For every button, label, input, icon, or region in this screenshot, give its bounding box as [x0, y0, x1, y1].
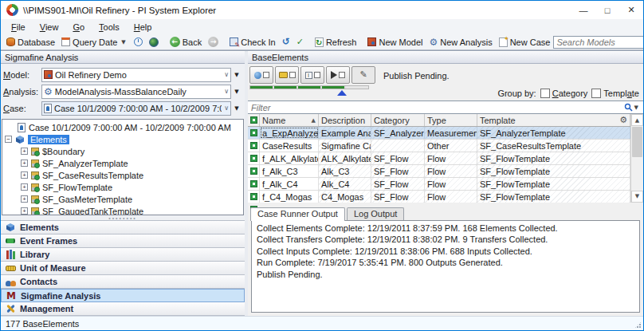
menu-tools[interactable]: Tools — [92, 21, 127, 33]
model-drop-button[interactable]: ▼ — [231, 68, 242, 82]
table-row[interactable]: CaseResults Sigmafine Cas... Other SF_Ca… — [248, 140, 630, 152]
tree-item[interactable]: +SF_GasMeterTemplate — [5, 193, 243, 205]
time-button[interactable] — [131, 37, 146, 47]
query-date-button[interactable]: Query Date▼ — [58, 37, 131, 48]
sidebar-item-management[interactable]: Management — [1, 302, 245, 316]
element-state-icon — [250, 129, 257, 136]
new-analysis-button[interactable]: ⚙New Analysis — [426, 37, 495, 48]
menu-help[interactable]: Help — [127, 21, 159, 33]
menu-view[interactable]: View — [33, 21, 66, 33]
sidebar-item-unit-of-measure[interactable]: Unit of Measure — [1, 262, 245, 275]
time-context-button[interactable] — [146, 37, 162, 48]
tab-log-output[interactable]: Log Output — [347, 207, 404, 220]
column-header-category[interactable]: Category — [371, 114, 425, 126]
collect-inputs-button[interactable]: I — [300, 66, 324, 84]
table-row[interactable]: f_ALK_Alkylate ALK_Alkylate SF_Flow Flow… — [248, 152, 630, 165]
title-bar: \\PIMS901-MI\Oil Refinery - PI System Ex… — [1, 1, 643, 19]
column-header-template[interactable]: Template⚙ — [477, 114, 630, 126]
sidebar-item-elements[interactable]: Elements — [1, 221, 245, 234]
menu-go[interactable]: Go — [65, 21, 92, 33]
tree-item[interactable]: +SF_AnalyzerTemplate — [5, 157, 243, 169]
scroll-down-icon[interactable]: ▼ — [631, 191, 643, 203]
sidebar-item-event-frames[interactable]: Event Frames — [1, 234, 245, 248]
check-in-button[interactable]: Check In — [226, 37, 278, 48]
case-combo[interactable]: Case 10/1/2009 7:00:00 AM - 10/2/2009 7:… — [41, 101, 231, 116]
collect-elements-button[interactable] — [249, 66, 273, 84]
element-icon — [31, 148, 39, 156]
category-checkbox[interactable] — [540, 89, 550, 98]
collect-inputs-checkbox[interactable] — [314, 72, 320, 78]
new-model-button[interactable]: New Model — [364, 37, 426, 48]
table-row[interactable]: f_Alk_C3 Alk_C3 SF_Flow Flow SF_FlowTemp… — [248, 165, 630, 178]
search-models-input[interactable] — [554, 37, 644, 47]
new-case-button[interactable]: New Case — [496, 37, 554, 48]
sidebar-item-contacts[interactable]: Contacts — [1, 275, 245, 289]
maximize-button[interactable]: □ — [595, 1, 619, 19]
chevron-down-icon[interactable]: ∨ — [224, 104, 229, 112]
chevron-down-icon[interactable]: ∨ — [224, 88, 229, 95]
group-by-category[interactable]: Category — [540, 89, 588, 98]
tree-item[interactable]: +$Boundary — [5, 145, 243, 157]
tree-item[interactable]: +SF_FlowTemplate — [5, 181, 243, 193]
progress-marker-icon[interactable] — [337, 90, 347, 96]
table-row[interactable]: f_Alk_C4 Alk_C4 SF_Flow Flow SF_FlowTemp… — [248, 178, 630, 191]
collect-transfers-checkbox[interactable] — [289, 72, 296, 78]
refresh-button[interactable]: Refresh — [312, 37, 360, 48]
tree-item[interactable]: +SF_CaseResultsTemplate — [5, 169, 243, 181]
state-column-header[interactable] — [248, 114, 260, 126]
analysis-drop-button[interactable]: ▼ — [231, 85, 242, 99]
tree-root-case[interactable]: Case 10/1/2009 7:00:00 AM - 10/2/2009 7:… — [5, 121, 243, 133]
group-by-controls: Group by: Category Template — [497, 89, 639, 98]
back-button[interactable]: ←Back — [167, 36, 205, 48]
sidebar-item-sigmafine-analysis[interactable]: MSigmafine Analysis — [1, 289, 245, 302]
forward-button[interactable]: → — [205, 36, 222, 48]
collect-transfers-button[interactable] — [275, 66, 299, 84]
table-row[interactable]: a_ExpAnalyzer Example Analy... SF_Analyz… — [248, 127, 630, 140]
resize-grip[interactable] — [634, 321, 642, 329]
query-date-caret-icon: ▼ — [120, 39, 127, 45]
column-header-name[interactable]: Name▲ — [260, 114, 319, 126]
minimize-button[interactable]: — — [571, 1, 595, 19]
template-checkbox[interactable] — [591, 89, 601, 98]
collect-elements-checkbox[interactable] — [263, 72, 269, 78]
run-case-checkbox[interactable] — [339, 72, 345, 78]
group-by-template[interactable]: Template — [591, 89, 639, 98]
database-button[interactable]: Database — [3, 37, 58, 48]
column-chooser-gear-icon[interactable]: ⚙ — [619, 116, 627, 124]
menu-file[interactable]: File — [4, 21, 33, 33]
model-combo[interactable]: Oil Refinery Demo ∨ — [41, 68, 231, 82]
expand-icon[interactable]: + — [21, 195, 28, 203]
scrollbar-thumb[interactable] — [632, 127, 642, 157]
filter-search-icon[interactable] — [624, 103, 633, 112]
element-icon — [31, 183, 39, 191]
clock-icon — [134, 37, 143, 46]
tab-case-runner-output[interactable]: Case Runner Output — [250, 207, 345, 221]
chevron-down-icon[interactable]: ∨ — [224, 71, 229, 78]
publish-button[interactable]: ✎ — [351, 66, 375, 84]
expand-icon[interactable]: + — [21, 148, 28, 155]
case-drop-button[interactable]: ▼ — [231, 101, 242, 116]
collapse-icon[interactable]: − — [5, 136, 12, 143]
tree-node-elements[interactable]: − Elements — [5, 133, 243, 145]
tree-item[interactable]: +SF_GaugedTankTemplate — [5, 205, 243, 215]
sidebar-item-library[interactable]: Library — [1, 248, 245, 262]
element-state-icon — [250, 142, 257, 149]
run-case-button[interactable] — [326, 66, 350, 84]
close-button[interactable]: ✕ — [619, 1, 643, 19]
column-header-type[interactable]: Type — [425, 114, 477, 126]
table-scrollbar[interactable]: ▲ ▼ — [630, 114, 643, 203]
filter-caret-icon[interactable]: ▼ — [633, 104, 640, 111]
undo-button[interactable]: ↺ — [279, 37, 293, 47]
apply-button[interactable]: ✓ — [293, 36, 307, 48]
column-header-description[interactable]: Description — [319, 114, 371, 126]
undo-icon: ↺ — [282, 37, 290, 46]
filter-input[interactable] — [251, 103, 624, 112]
analysis-combo[interactable]: ⚙ ModelAnalysis-MassBalanceDaily ∨ — [41, 85, 231, 99]
base-elements-panel: BaseElements I ✎ Publish Pending. Group — [248, 51, 643, 316]
expand-icon[interactable]: + — [21, 183, 28, 191]
expand-icon[interactable]: + — [21, 171, 28, 179]
expand-icon[interactable]: + — [21, 207, 28, 215]
expand-icon[interactable]: + — [21, 160, 28, 167]
scroll-up-icon[interactable]: ▲ — [631, 114, 643, 126]
filter-bar: ▼ — [248, 100, 643, 114]
